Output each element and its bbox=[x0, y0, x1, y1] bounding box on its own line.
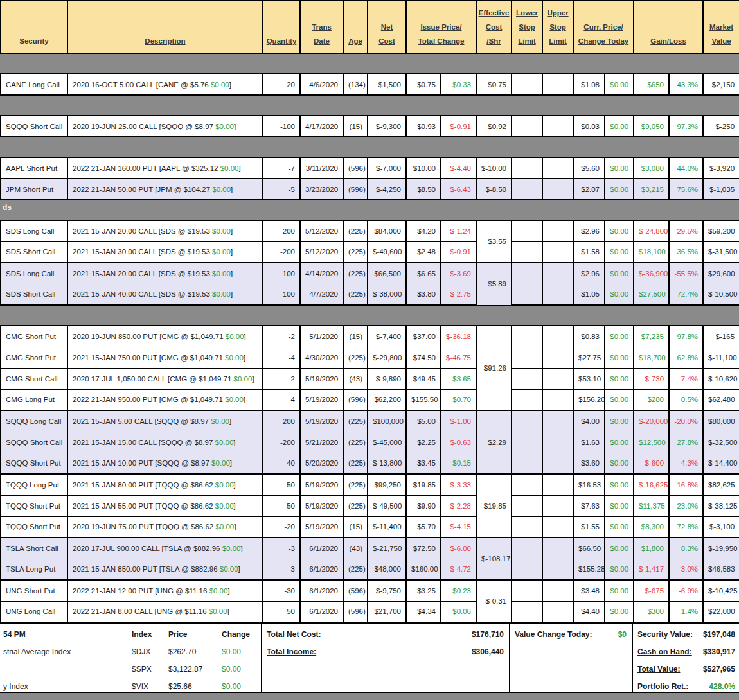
cell-curr: $3.48 bbox=[573, 580, 605, 601]
header-security[interactable]: Security bbox=[1, 1, 67, 53]
cell-mval: $-10,620 bbox=[703, 368, 739, 389]
cell-issue: $3.25 bbox=[406, 580, 441, 601]
cell-lower bbox=[512, 157, 542, 179]
cell-age: (15) bbox=[343, 516, 368, 538]
section-separator bbox=[1, 305, 739, 326]
desc-change-value: $0.00 bbox=[212, 186, 231, 193]
total-net-cost-label[interactable]: Total Net Cost: bbox=[267, 630, 321, 639]
cell-lower bbox=[512, 559, 542, 580]
cell-tot_chg: $-6.00 bbox=[441, 538, 476, 559]
cell-tot_chg: $0.15 bbox=[441, 453, 476, 474]
header-upper-stop-limit[interactable]: UpperStopLimit bbox=[542, 1, 573, 53]
header-issue-price-total-change[interactable]: Issue Price/Total Change bbox=[406, 1, 476, 53]
cell-upper bbox=[542, 601, 573, 622]
cell-upper bbox=[542, 263, 573, 284]
cell-mval: $-3,100 bbox=[703, 516, 739, 538]
cell-issue: $10.00 bbox=[406, 157, 441, 179]
index-row: y Index$VIX$25.66$0.00 bbox=[3, 682, 261, 699]
cell-security: CANE Long Call bbox=[1, 74, 67, 95]
cell-chg_today: $0.00 bbox=[605, 326, 634, 347]
cell-desc: 2021 15-JAN 20.00 CALL [SDS @ $19.53 $0.… bbox=[67, 263, 263, 284]
cell-desc: 2020 17-JUL 900.00 CALL [TSLA @ $882.96 … bbox=[67, 538, 263, 559]
desc-change-value: $0.00 bbox=[212, 290, 231, 298]
cell-lower bbox=[512, 74, 542, 95]
total-income-label[interactable]: Total Income: bbox=[267, 647, 316, 656]
desc-change-value: $0.00 bbox=[212, 227, 231, 235]
cell-security: SQQQ Short Call bbox=[1, 116, 67, 137]
desc-change-value: $0.00 bbox=[234, 375, 253, 383]
position-row: SQQQ Short Call2020 19-JUN 25.00 CALL [S… bbox=[1, 116, 739, 137]
cell-qty: -30 bbox=[263, 580, 300, 601]
header-quantity[interactable]: Quantity bbox=[263, 1, 300, 53]
cell-desc: 2022 21-JAN 160.00 PUT [AAPL @ $325.12 $… bbox=[67, 157, 263, 179]
cell-net_cost: $-7,000 bbox=[368, 157, 406, 179]
cell-tot_chg: $-4.72 bbox=[441, 559, 476, 580]
table-header-row: SecurityDescriptionQuantityTransDateAgeN… bbox=[1, 1, 739, 53]
summary-label[interactable]: Portfolio Ret.: bbox=[637, 682, 688, 691]
header-gain-loss[interactable]: Gain/Loss bbox=[634, 1, 703, 53]
cell-gain: $7,235 bbox=[634, 326, 669, 347]
cell-chg_today: $0.00 bbox=[605, 179, 634, 200]
cell-age: (596) bbox=[343, 179, 368, 200]
cell-tot_chg: $3.65 bbox=[441, 368, 476, 389]
cell-issue: $19.85 bbox=[406, 474, 441, 495]
cell-issue: $9.90 bbox=[406, 495, 441, 516]
cell-date: 5/19/2020 bbox=[300, 474, 343, 495]
header-lower-stop-limit[interactable]: LowerStopLimit bbox=[512, 1, 542, 53]
cell-gain_pct: -6.9% bbox=[669, 580, 703, 601]
summary-label[interactable]: Cash on Hand: bbox=[637, 647, 692, 656]
summary-value: 428.0% bbox=[709, 682, 735, 691]
cell-upper bbox=[542, 453, 573, 474]
desc-change-value: $0.00 bbox=[215, 439, 234, 446]
header-net-cost[interactable]: NetCost bbox=[368, 1, 406, 53]
cell-mval: $-19,950 bbox=[703, 538, 739, 559]
index-symbol: $SPX bbox=[132, 665, 168, 674]
cell-net_cost: $99,250 bbox=[368, 474, 406, 495]
cell-mval: $80,000 bbox=[703, 410, 739, 432]
cell-security: CMG Short Call bbox=[1, 368, 67, 389]
cell-eff: $0.75 bbox=[476, 74, 512, 95]
cell-issue: $4.20 bbox=[406, 220, 441, 241]
summary-value: $527,965 bbox=[703, 665, 735, 674]
cell-gain: $3,080 bbox=[634, 157, 669, 179]
cell-security: UNG Short Put bbox=[1, 580, 67, 601]
cell-date: 4/6/2020 bbox=[300, 74, 343, 95]
cell-curr: $0.83 bbox=[573, 326, 605, 347]
cell-tot_chg: $0.70 bbox=[441, 389, 476, 410]
cell-eff: $19.85 bbox=[476, 474, 512, 538]
cell-mval: $-31,500 bbox=[703, 241, 739, 263]
cell-security: TQQQ Short Put bbox=[1, 495, 67, 516]
position-row: TQQQ Short Put2021 15-JAN 55.00 PUT [TQQ… bbox=[1, 495, 739, 516]
cell-net_cost: $-7,400 bbox=[368, 326, 406, 347]
header-trans-date[interactable]: TransDate bbox=[300, 1, 343, 53]
cell-net_cost: $-45,000 bbox=[368, 432, 406, 453]
cell-net_cost: $84,000 bbox=[368, 220, 406, 241]
cell-date: 4/7/2020 bbox=[300, 284, 343, 305]
cell-curr: $2.07 bbox=[573, 179, 605, 200]
cell-gain_pct: -29.5% bbox=[669, 220, 703, 241]
header-market-value[interactable]: MarketValue bbox=[703, 1, 739, 53]
cell-net_cost: $66,500 bbox=[368, 263, 406, 284]
cell-desc: 2021 15-JAN 850.00 PUT [TSLA @ $882.96 $… bbox=[67, 559, 263, 580]
change-column-header: Change bbox=[222, 630, 261, 639]
cell-curr: $0.03 bbox=[573, 116, 605, 137]
header-curr-price-change-today[interactable]: Curr. Price/Change Today bbox=[573, 1, 634, 53]
header-age[interactable]: Age bbox=[343, 1, 368, 53]
index-name: strial Average Index bbox=[3, 647, 132, 656]
cell-eff: $5.89 bbox=[476, 263, 512, 305]
header-description[interactable]: Description bbox=[67, 1, 263, 53]
cell-mval: $-10,425 bbox=[703, 580, 739, 601]
header-effective-cost-shr[interactable]: EffectiveCost/Shr bbox=[476, 1, 512, 53]
cell-date: 6/1/2020 bbox=[300, 559, 343, 580]
cell-chg_today: $0.00 bbox=[605, 453, 634, 474]
summary-label[interactable]: Total Value: bbox=[637, 665, 680, 674]
cell-chg_today: $0.00 bbox=[605, 347, 634, 368]
summary-row: Portfolio Ret.:428.0% bbox=[637, 682, 735, 699]
cell-age: (43) bbox=[343, 538, 368, 559]
value-change-panel: Value Change Today: $0 bbox=[510, 624, 633, 692]
cell-age: (225) bbox=[343, 474, 368, 495]
cell-eff: $-0.31 bbox=[476, 580, 512, 622]
cell-gain_pct: 97.3% bbox=[669, 116, 703, 137]
cell-lower bbox=[512, 432, 542, 453]
summary-label[interactable]: Security Value: bbox=[637, 630, 693, 639]
